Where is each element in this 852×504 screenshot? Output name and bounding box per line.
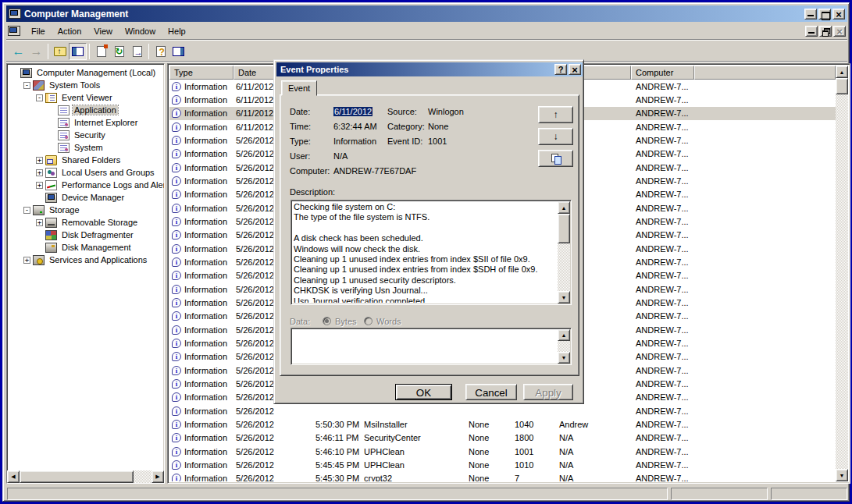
back-button[interactable] <box>9 43 27 60</box>
ok-button[interactable]: OK <box>395 384 452 400</box>
tree-collapse-icon[interactable]: - <box>36 94 43 101</box>
tree-item-services-and-applications[interactable]: +Services and Applications <box>9 254 162 266</box>
scroll-up-icon[interactable]: ▲ <box>558 201 570 214</box>
tree-item-disk-defragmenter[interactable]: Disk Defragmenter <box>9 229 162 241</box>
bytes-radio-label: Bytes <box>335 317 357 326</box>
minimize-button[interactable] <box>804 9 817 20</box>
tree-item-performance-logs-and-alerts[interactable]: +Performance Logs and Alerts <box>9 179 162 191</box>
scroll-down-icon[interactable]: ▼ <box>558 352 570 364</box>
tree-item-removable-storage[interactable]: +Removable Storage <box>9 216 162 229</box>
dialog-close-button[interactable] <box>569 64 581 75</box>
menu-action[interactable]: Action <box>52 24 88 38</box>
menu-file[interactable]: File <box>25 24 52 38</box>
tree-expand-icon[interactable]: + <box>36 182 43 189</box>
tree-item-shared-folders[interactable]: +Shared Folders <box>9 154 162 166</box>
tree-expand-icon[interactable]: + <box>36 169 43 176</box>
event-row[interactable]: iInformation5/26/20125:46:11 PMSecurityC… <box>169 431 836 445</box>
column-header-computer[interactable]: Computer <box>631 66 694 80</box>
cell-event: 1010 <box>512 458 557 471</box>
tree-item-security[interactable]: Security <box>9 129 162 141</box>
scroll-left-icon[interactable]: ◀ <box>7 470 20 483</box>
cell-type: iInformation <box>169 133 233 147</box>
tree-item-internet-explorer[interactable]: Internet Explorer <box>9 116 162 129</box>
data-box[interactable]: ▲ ▼ <box>291 328 572 365</box>
event-row[interactable]: iInformation5/26/20125:45:30 PMcrypt32No… <box>169 472 836 481</box>
cell-category: None <box>466 458 512 471</box>
information-icon: i <box>172 325 181 335</box>
words-radio[interactable] <box>364 317 373 325</box>
tree-expand-icon[interactable]: + <box>36 219 43 226</box>
event-row[interactable]: iInformation5/26/20125:45:45 PMUPHCleanN… <box>169 458 836 471</box>
tree-collapse-icon[interactable]: - <box>23 207 30 214</box>
tree-item-computer-management-local[interactable]: Computer Management (Local) <box>9 66 162 79</box>
type-text: Information <box>184 122 227 132</box>
description-scrollbar[interactable]: ▲ ▼ <box>558 201 570 303</box>
user-value: N/A <box>333 151 348 161</box>
tree-item-local-users-and-groups[interactable]: +Local Users and Groups <box>9 166 162 179</box>
information-icon: i <box>172 108 181 118</box>
cancel-button[interactable]: Cancel <box>465 384 517 400</box>
tree-item-disk-management[interactable]: Disk Management <box>9 241 162 254</box>
event-row[interactable]: iInformation5/26/2012ANDREW-7... <box>169 404 836 417</box>
previous-event-button[interactable] <box>538 106 573 123</box>
scroll-up-icon[interactable]: ▲ <box>558 329 570 341</box>
menu-help[interactable]: Help <box>162 24 192 38</box>
bytes-radio[interactable] <box>323 317 331 325</box>
help-button[interactable] <box>152 43 169 60</box>
mdi-minimize-button[interactable] <box>805 26 818 37</box>
mdi-restore-button[interactable] <box>819 26 832 37</box>
tree-item-system-tools[interactable]: -System Tools <box>9 79 162 91</box>
arrow-left-icon <box>12 46 25 57</box>
mdi-close-button[interactable] <box>833 26 846 37</box>
cell-event <box>512 404 557 417</box>
scroll-down-icon[interactable]: ▼ <box>836 469 848 481</box>
properties-button[interactable] <box>92 43 110 60</box>
dialog-help-button[interactable] <box>554 64 567 75</box>
close-button[interactable] <box>832 9 845 20</box>
tree-item-event-viewer[interactable]: -Event Viewer <box>9 91 162 104</box>
show-hide-action-pane-button[interactable] <box>169 43 187 60</box>
tab-event[interactable]: Event <box>281 80 317 96</box>
tree-item-application[interactable]: Application <box>9 104 162 116</box>
up-one-level-button[interactable] <box>51 43 69 60</box>
apply-button[interactable]: Apply <box>523 384 573 400</box>
next-event-button[interactable] <box>538 128 573 145</box>
maximize-button[interactable] <box>818 9 831 20</box>
scroll-right-icon[interactable]: ▶ <box>152 470 164 483</box>
show-hide-console-tree-button[interactable] <box>69 43 87 60</box>
refresh-button[interactable] <box>110 43 128 60</box>
export-list-button[interactable] <box>128 43 146 60</box>
cell-type: iInformation <box>169 147 233 161</box>
description-scrollbar-thumb[interactable] <box>558 214 570 243</box>
forward-button[interactable] <box>27 43 45 60</box>
copy-event-button[interactable] <box>538 150 573 167</box>
type-text: Information <box>184 285 227 294</box>
tree-collapse-icon[interactable]: - <box>23 82 30 89</box>
tree-horizontal-scrollbar[interactable]: ◀ ▶ <box>7 470 164 483</box>
tree-item-device-manager[interactable]: Device Manager <box>9 191 162 204</box>
type-text: Information <box>184 82 227 91</box>
information-icon: i <box>172 311 181 321</box>
cell-type: iInformation <box>169 377 233 390</box>
type-text: Information <box>184 433 227 442</box>
event-row[interactable]: iInformation5/26/20125:50:30 PMMsiInstal… <box>169 417 836 431</box>
tree-item-storage[interactable]: -Storage <box>9 204 162 216</box>
tree-expand-icon[interactable]: + <box>36 157 43 164</box>
source-label: Source: <box>387 107 417 116</box>
data-scrollbar[interactable]: ▲ ▼ <box>558 329 570 364</box>
tree-expand-icon[interactable]: + <box>23 257 30 264</box>
column-header-type[interactable]: Type <box>169 66 233 80</box>
scroll-down-icon[interactable]: ▼ <box>558 291 570 303</box>
list-vertical-scrollbar[interactable]: ▲ ▼ <box>836 66 848 481</box>
menu-view[interactable]: View <box>87 24 119 38</box>
description-box[interactable]: Checking file system on C: The type of t… <box>291 200 572 305</box>
event-row[interactable]: iInformation5/26/20125:46:10 PMUPHCleanN… <box>169 445 836 458</box>
list-scrollbar-thumb[interactable] <box>836 78 848 94</box>
tree-item-system[interactable]: System <box>9 141 162 154</box>
cell-computer: ANDREW-7... <box>631 255 694 268</box>
scroll-up-icon[interactable]: ▲ <box>836 66 848 78</box>
type-text: Information <box>184 190 227 199</box>
properties-icon <box>97 46 106 57</box>
tree-scrollbar-thumb[interactable] <box>20 470 134 483</box>
menu-window[interactable]: Window <box>119 24 162 38</box>
